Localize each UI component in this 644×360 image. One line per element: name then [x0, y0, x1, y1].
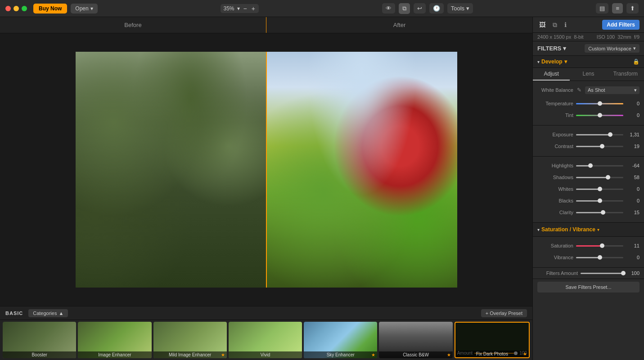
- blacks-slider[interactable]: [576, 200, 623, 202]
- temperature-slider[interactable]: [576, 103, 623, 104]
- after-image: [266, 52, 457, 288]
- develop-section-header[interactable]: ▾ Develop ▾ 🔒: [533, 56, 644, 68]
- focal-value: 32mm: [617, 34, 631, 40]
- lock-icon: 🔒: [633, 58, 639, 65]
- exposure-value: 1,31: [626, 132, 639, 137]
- preset-label-image-enhancer: Image Enhancer: [78, 351, 151, 358]
- saturation-value: 11: [626, 243, 639, 248]
- preset-label-bw: Classic B&W: [379, 351, 452, 358]
- preset-image-enhancer[interactable]: Image Enhancer: [78, 322, 151, 358]
- compare-icon[interactable]: ⧉: [399, 3, 410, 14]
- panel-layers-icon[interactable]: ⧉: [551, 20, 559, 30]
- temperature-row: Temperature 0: [537, 98, 639, 109]
- zoom-control: 35% ▾ − +: [221, 4, 258, 13]
- close-button[interactable]: [5, 6, 11, 11]
- preset-vivid[interactable]: Vivid: [229, 322, 302, 358]
- saturation-chevron2: ▾: [597, 227, 599, 232]
- vibrance-value: 0: [626, 255, 639, 260]
- tint-thumb: [598, 113, 602, 117]
- highlights-row: Highlights -64: [537, 160, 639, 171]
- iso-value: ISO 100: [597, 34, 615, 40]
- filters-amount-slider[interactable]: [581, 273, 623, 274]
- before-image: [76, 52, 266, 288]
- preset-booster[interactable]: Booster: [3, 322, 76, 358]
- buy-now-button[interactable]: Buy Now: [33, 4, 67, 14]
- shadows-slider[interactable]: [576, 177, 623, 178]
- develop-chevron-icon: ▾: [537, 59, 540, 64]
- blacks-label: Blacks: [537, 198, 573, 203]
- preset-mild-image-enhancer[interactable]: Mild Image Enhancer ★: [153, 322, 227, 358]
- whites-slider[interactable]: [576, 189, 623, 190]
- saturation-slider[interactable]: [576, 245, 623, 247]
- open-button[interactable]: Open ▾: [71, 4, 97, 14]
- blacks-row: Blacks 0: [537, 195, 639, 206]
- saturation-thumb: [600, 243, 604, 248]
- tint-slider[interactable]: [576, 115, 623, 116]
- tint-label: Tint: [537, 112, 573, 118]
- fullscreen-button[interactable]: [22, 6, 27, 11]
- before-label: Before: [0, 17, 266, 33]
- panel-top-bar: 🖼 ⧉ ℹ Add Filters: [533, 17, 644, 33]
- image-viewport[interactable]: [0, 33, 532, 306]
- sliders-icon[interactable]: ≡: [612, 3, 623, 14]
- workspace-dropdown[interactable]: Custom Workspace ▾: [585, 44, 639, 53]
- aperture-value: f/9: [634, 34, 639, 40]
- exposure-label: Exposure: [537, 132, 573, 137]
- saturation-section-header[interactable]: ▾ Saturation / Vibrance ▾: [533, 223, 644, 237]
- eye-icon[interactable]: 👁: [382, 3, 395, 14]
- tab-transform[interactable]: Transform: [607, 68, 644, 81]
- histogram-icon[interactable]: ▤: [596, 3, 608, 14]
- preset-thumb-bw: [379, 322, 452, 355]
- add-filters-button[interactable]: Add Filters: [602, 20, 639, 30]
- filters-amount-value: 100: [626, 270, 639, 276]
- undo-icon[interactable]: ↩: [414, 3, 426, 14]
- split-divider[interactable]: [266, 52, 267, 288]
- minimize-button[interactable]: [14, 6, 19, 11]
- toolbar-icons: 👁 ⧉ ↩ 🕐 Tools ▾: [382, 3, 473, 14]
- export-icon[interactable]: ⬆: [626, 3, 639, 14]
- main-area: Before After BASIC Categories ▲: [0, 17, 644, 360]
- image-info-row: 2400 x 1500 px 8-bit ISO 100 32mm f/9: [533, 33, 644, 41]
- after-label: After: [266, 17, 532, 33]
- categories-button[interactable]: Categories ▲: [28, 309, 68, 317]
- right-toolbar-icons: ▤ ≡ ⬆: [596, 3, 639, 14]
- image-bit-depth: 8-bit: [574, 34, 583, 40]
- overlay-preset-button[interactable]: + Overlay Preset: [481, 309, 527, 317]
- history-icon[interactable]: 🕐: [429, 3, 444, 14]
- vibrance-thumb: [598, 255, 602, 260]
- tab-adjust[interactable]: Adjust: [533, 68, 570, 81]
- tools-icon[interactable]: Tools ▾: [447, 3, 473, 14]
- preset-thumb-vivid: [229, 322, 302, 355]
- preset-fix-dark[interactable]: Amount 100 Fix Dark Photos ★: [455, 322, 530, 358]
- saturation-controls: Saturation 11 Vibrance 0: [533, 237, 644, 268]
- highlights-slider[interactable]: [576, 165, 623, 166]
- save-presets-button[interactable]: Save Filters Preset...: [537, 282, 639, 292]
- zoom-plus-button[interactable]: +: [251, 5, 256, 12]
- exposure-slider[interactable]: [576, 134, 623, 135]
- before-after-header: Before After: [0, 17, 532, 33]
- clarity-label: Clarity: [537, 210, 573, 215]
- preset-label-mild: Mild Image Enhancer: [153, 351, 227, 358]
- tab-lens[interactable]: Lens: [570, 68, 607, 81]
- exposure-row: Exposure 1,31: [537, 129, 639, 140]
- eyedropper-button[interactable]: ✎: [576, 87, 582, 93]
- preset-classic-bw[interactable]: Classic B&W ★: [379, 322, 452, 358]
- contrast-label: Contrast: [537, 144, 573, 149]
- shadows-label: Shadows: [537, 175, 573, 180]
- filters-title: FILTERS ▾: [537, 45, 566, 52]
- contrast-slider[interactable]: [576, 146, 623, 147]
- panel-info-icon[interactable]: ℹ: [563, 20, 568, 29]
- wb-dropdown[interactable]: As Shot ▾: [585, 86, 639, 94]
- preset-sky-enhancer[interactable]: Sky Enhancer ★: [304, 322, 377, 358]
- zoom-minus-button[interactable]: −: [243, 5, 248, 12]
- white-balance-section: White Balance ✎ As Shot ▾ Temperature 0 …: [533, 81, 644, 126]
- shadows-row: Shadows 58: [537, 172, 639, 183]
- panel-image-icon[interactable]: 🖼: [537, 20, 547, 29]
- tint-row: Tint 0: [537, 110, 639, 121]
- preset-thumb-mild: [153, 322, 227, 355]
- vibrance-slider[interactable]: [576, 257, 623, 258]
- blacks-thumb: [598, 198, 602, 203]
- saturation-title: Saturation / Vibrance: [541, 226, 595, 233]
- filters-header: FILTERS ▾ Custom Workspace ▾: [533, 41, 644, 56]
- clarity-slider[interactable]: [576, 212, 623, 213]
